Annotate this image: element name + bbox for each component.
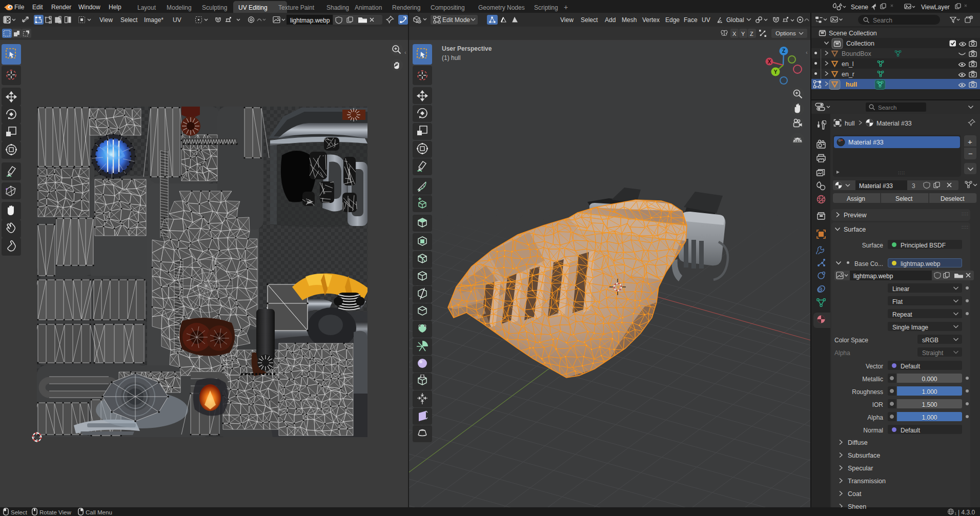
svg-text:X: X (768, 59, 771, 65)
svg-text:Y: Y (774, 69, 778, 75)
svg-text:Z: Z (782, 48, 785, 54)
